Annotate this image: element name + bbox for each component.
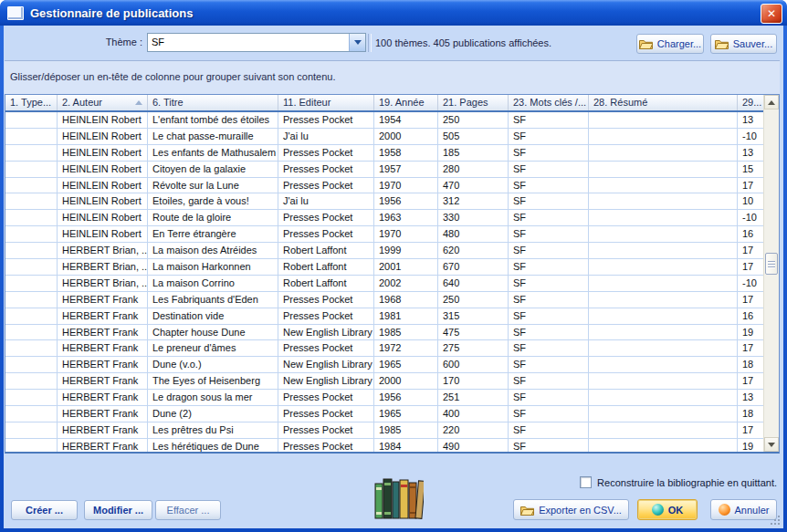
table-cell: SF [509, 390, 589, 405]
table-cell: 16 [738, 308, 763, 324]
create-button[interactable]: Créer ... [11, 500, 78, 520]
theme-combobox[interactable]: SF [147, 33, 366, 52]
toolbar-separator [368, 34, 372, 52]
rebuild-checkbox[interactable] [580, 476, 592, 488]
table-row[interactable]: HEINLEIN RobertEn Terre étrangèrePresses… [5, 226, 763, 243]
table-cell: 1957 [374, 162, 438, 177]
table-cell: Révolte sur la Lune [148, 178, 278, 193]
table-cell: 2001 [374, 259, 438, 275]
table-cell [589, 226, 738, 242]
table-cell: Route de la gloire [148, 210, 278, 225]
column-header-7[interactable]: 23. Mots clés /... [509, 95, 589, 110]
table-cell: HERBERT Brian, ... [58, 259, 148, 275]
table-row[interactable]: HEINLEIN RobertLe chat passe-murailleJ'a… [5, 129, 763, 145]
table-cell: SF [509, 373, 589, 389]
load-theme-button[interactable]: Charger... [636, 34, 704, 54]
table-row[interactable]: HEINLEIN RobertRévolte sur la LunePresse… [5, 178, 763, 194]
window-title: Gestionnaire de publications [30, 6, 193, 20]
scroll-up-button[interactable] [764, 95, 779, 110]
table-cell: Presses Pocket [278, 340, 374, 356]
column-header-1[interactable]: 1. Type... [5, 95, 58, 110]
table-cell: 2000 [374, 373, 438, 389]
table-cell [5, 259, 58, 275]
resize-grip[interactable] [770, 515, 781, 526]
column-header-4[interactable]: 11. Editeur [278, 95, 374, 110]
table-cell: SF [509, 325, 589, 340]
vertical-scrollbar[interactable] [763, 95, 779, 452]
table-cell: J'ai lu [278, 193, 374, 209]
table-cell: 490 [438, 439, 509, 452]
scroll-down-button[interactable] [764, 437, 779, 452]
group-by-drop-zone[interactable]: Glisser/déposer un en-tête de colonne po… [5, 60, 780, 94]
table-cell: The Eyes of Heisenberg [148, 373, 278, 389]
table-row[interactable]: HERBERT FrankThe Eyes of HeisenbergNew E… [5, 373, 763, 390]
table-cell: La maison des Atréides [148, 243, 278, 258]
table-row[interactable]: HERBERT Brian, ...La maison CorrinoRober… [5, 276, 763, 292]
table-cell: 1972 [374, 340, 438, 356]
table-cell [5, 325, 58, 340]
table-row[interactable]: HEINLEIN RobertLes enfants de Mathusalem… [5, 145, 763, 162]
column-header-8[interactable]: 28. Résumé [589, 95, 738, 110]
table-row[interactable]: HERBERT Brian, ...La maison des Atréides… [5, 243, 763, 259]
table-row[interactable]: HERBERT FrankLe preneur d'âmesPresses Po… [5, 340, 763, 357]
table-row[interactable]: HERBERT FrankDune (v.o.)New English Libr… [5, 357, 763, 373]
column-header-5[interactable]: 19. Année [374, 95, 438, 110]
modify-button[interactable]: Modifier ... [84, 500, 152, 520]
table-cell: SF [509, 406, 589, 422]
table-row[interactable]: HERBERT FrankDune (2)Presses Pocket19654… [5, 406, 763, 422]
table-row[interactable]: HEINLEIN RobertEtoiles, garde à vous!J'a… [5, 193, 763, 210]
cancel-button[interactable]: Annuler [710, 499, 777, 520]
table-cell: 1999 [374, 243, 438, 258]
table-cell: 312 [438, 193, 509, 209]
table-body: HEINLEIN RobertL'enfant tombé des étoile… [5, 112, 763, 452]
table-cell: HERBERT Brian, ... [58, 276, 148, 291]
scrollbar-thumb[interactable] [765, 253, 778, 275]
table-row[interactable]: HEINLEIN RobertCitoyen de la galaxiePres… [5, 162, 763, 178]
table-cell [589, 357, 738, 372]
column-header-3[interactable]: 6. Titre [148, 95, 278, 110]
table-cell: New English Library [278, 357, 374, 372]
table-row[interactable]: HERBERT FrankLes Fabriquants d'EdenPress… [5, 292, 763, 308]
column-header-2[interactable]: 2. Auteur [58, 95, 148, 110]
table-cell: Chapter house Dune [148, 325, 278, 340]
table-row[interactable]: HERBERT FrankDestination videPresses Poc… [5, 308, 763, 325]
table-cell: 13 [738, 390, 763, 405]
table-row[interactable]: HEINLEIN RobertL'enfant tombé des étoile… [5, 112, 763, 129]
table-cell [589, 112, 738, 128]
table-cell: La maison Corrino [148, 276, 278, 291]
table-row[interactable]: HERBERT FrankChapter house DuneNew Engli… [5, 325, 763, 341]
orange-sphere-icon [719, 504, 730, 516]
table-cell [589, 390, 738, 405]
export-csv-button[interactable]: Exporter en CSV... [513, 499, 629, 520]
open-folder-icon [520, 505, 534, 516]
table-cell: 1970 [374, 178, 438, 193]
table-cell: Presses Pocket [278, 145, 374, 161]
ok-button[interactable]: OK [637, 499, 698, 520]
combobox-dropdown-button[interactable] [349, 34, 365, 51]
table-row[interactable]: HERBERT FrankLe dragon sous la merPresse… [5, 390, 763, 406]
table-cell: SF [509, 308, 589, 324]
table-cell: Les hérétiques de Dune [148, 439, 278, 452]
table-cell: 19 [738, 439, 763, 452]
table-cell: 1954 [374, 112, 438, 128]
table-row[interactable]: HERBERT Brian, ...La maison HarkonnenRob… [5, 259, 763, 276]
table-row[interactable]: HEINLEIN RobertRoute de la gloirePresses… [5, 210, 763, 226]
save-theme-button[interactable]: Sauver... [710, 34, 777, 54]
close-button[interactable]: ✕ [761, 4, 782, 24]
table-row[interactable]: HERBERT FrankLes prêtres du PsiPresses P… [5, 422, 763, 439]
rebuild-bibliography-option[interactable]: Reconstruire la bibliographie en quittan… [580, 476, 777, 488]
table-cell: Le preneur d'âmes [148, 340, 278, 356]
table-cell: Robert Laffont [278, 243, 374, 258]
column-header-9[interactable]: 29... [738, 95, 763, 110]
cancel-button-label: Annuler [735, 505, 770, 516]
table-cell: 17 [738, 373, 763, 389]
sort-ascending-icon [135, 100, 142, 105]
table-cell: 640 [438, 276, 509, 291]
table-row[interactable]: HERBERT FrankLes hérétiques de DunePress… [5, 439, 763, 452]
column-header-6[interactable]: 21. Pages [438, 95, 509, 110]
table-cell: 670 [438, 259, 509, 275]
table-cell: 1985 [374, 325, 438, 340]
table-cell: 170 [438, 373, 509, 389]
table-cell: La maison Harkonnen [148, 259, 278, 275]
delete-button[interactable]: Effacer ... [155, 500, 221, 520]
